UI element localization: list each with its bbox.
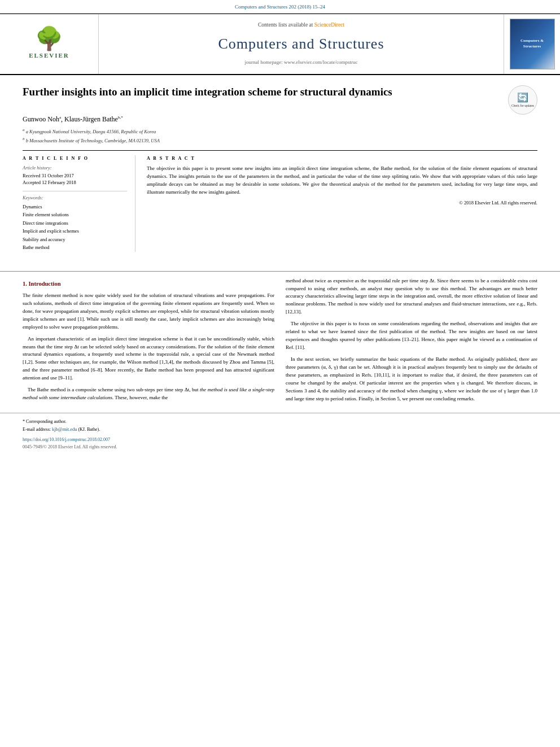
- thumbnail-text: Computers & Structures: [513, 38, 552, 50]
- article-info-col: A R T I C L E I N F O Article history: R…: [23, 155, 135, 251]
- affiliation-b: b b Massachusetts Institute of Technolog…: [23, 136, 537, 145]
- sciencedirect-link[interactable]: ScienceDirect: [314, 22, 344, 28]
- authors-line: Gunwoo Noha, Klaus-Jürgen Batheb,*: [23, 115, 537, 124]
- doi-text: Computers and Structures 202 (2018) 15–2…: [235, 4, 325, 10]
- affiliations: a a Kyungpook National University, Daegu…: [23, 127, 537, 145]
- check-updates-icon: 🔄: [517, 91, 528, 104]
- body-columns: 1. Introduction The finite element metho…: [0, 277, 560, 407]
- article-info-label: A R T I C L E I N F O: [23, 155, 127, 161]
- body-col-left: 1. Introduction The finite element metho…: [23, 277, 274, 407]
- journal-homepage: journal homepage: www.elsevier.com/locat…: [245, 59, 358, 66]
- author1-name: Gunwoo Noh: [23, 115, 59, 123]
- info-abstract-row: A R T I C L E I N F O Article history: R…: [23, 150, 537, 251]
- body-left-para3: The Bathe method is a composite scheme u…: [23, 386, 274, 402]
- doi-link[interactable]: https://doi.org/10.1016/j.compstruc.2018…: [23, 437, 110, 442]
- issn-text: 0045-7949/© 2018 Elsevier Ltd. All right…: [23, 444, 117, 449]
- body-right-para2: The objective in this paper is to focus …: [286, 320, 537, 352]
- corresponding-author-line: * Corresponding author.: [23, 418, 537, 426]
- elsevier-logo: 🌳 ELSEVIER: [29, 28, 69, 60]
- keywords-section: Keywords: Dynamics Finite element soluti…: [23, 191, 127, 252]
- issn-line: 0045-7949/© 2018 Elsevier Ltd. All right…: [23, 443, 537, 451]
- author2-name: Klaus-Jürgen Bathe: [64, 115, 118, 123]
- elsevier-wordmark: ELSEVIER: [29, 51, 69, 60]
- accepted-date: Accepted 12 February 2018: [23, 180, 127, 186]
- author1-sup: a: [59, 115, 61, 120]
- email-label: E-mail address:: [23, 427, 51, 432]
- keyword-3: Direct time integrations: [23, 219, 127, 227]
- journal-header-right: Computers & Structures: [504, 14, 560, 74]
- abstract-text: The objective in this paper is to presen…: [147, 165, 537, 196]
- corresponding-label: * Corresponding author.: [23, 419, 67, 424]
- contents-available-text: Contents lists available at ScienceDirec…: [258, 21, 344, 29]
- email-address[interactable]: kjb@mit.edu: [52, 426, 77, 432]
- keyword-6: Bathe method: [23, 243, 127, 251]
- keyword-4: Implicit and explicit schemes: [23, 227, 127, 235]
- body-left-para1: The finite element method is now quite w…: [23, 292, 274, 331]
- title-row: Further insights into an implicit time i…: [23, 85, 537, 115]
- history-label: Article history:: [23, 165, 127, 172]
- author2-sup: b,*: [118, 115, 123, 120]
- email-line: E-mail address: kjb@mit.edu (KJ. Bathe).: [23, 425, 537, 434]
- page: Computers and Structures 202 (2018) 15–2…: [0, 0, 560, 747]
- article-title: Further insights into an implicit time i…: [23, 85, 501, 99]
- journal-thumbnail: Computers & Structures: [510, 19, 555, 69]
- abstract-col: A B S T R A C T The objective in this pa…: [147, 155, 537, 251]
- body-right-para1: method about twice as expensive as the t…: [286, 277, 537, 317]
- keywords-label: Keywords:: [23, 195, 127, 202]
- body-left-para2: An important characteristic of an implic…: [23, 335, 274, 383]
- body-right-para3: In the next section, we briefly summariz…: [286, 356, 537, 403]
- footnote-area: * Corresponding author. E-mail address: …: [0, 413, 560, 451]
- keyword-2: Finite element solutions: [23, 211, 127, 219]
- doi-line: https://doi.org/10.1016/j.compstruc.2018…: [23, 436, 537, 444]
- check-updates-label: Check for updates: [511, 104, 534, 108]
- journal-header-center: Contents lists available at ScienceDirec…: [99, 14, 504, 74]
- journal-header: 🌳 ELSEVIER Contents lists available at S…: [0, 14, 560, 75]
- elsevier-tree-icon: 🌳: [29, 28, 69, 50]
- received-date: Received 31 October 2017: [23, 173, 127, 180]
- doi-bar: Computers and Structures 202 (2018) 15–2…: [0, 0, 560, 14]
- abstract-copyright: © 2018 Elsevier Ltd. All rights reserved…: [147, 200, 537, 207]
- section-divider: [0, 271, 560, 272]
- email-suffix: (KJ. Bathe).: [78, 427, 100, 432]
- check-updates-badge: 🔄 Check for updates: [508, 85, 537, 115]
- article-history-block: Article history: Received 31 October 201…: [23, 165, 127, 186]
- abstract-label: A B S T R A C T: [147, 155, 537, 161]
- journal-header-left: 🌳 ELSEVIER: [0, 14, 99, 74]
- affiliation-a: a a Kyungpook National University, Daegu…: [23, 127, 537, 136]
- article-main: Further insights into an implicit time i…: [0, 75, 560, 265]
- keyword-1: Dynamics: [23, 203, 127, 211]
- keyword-5: Stability and accuracy: [23, 235, 127, 243]
- body-col-right: method about twice as expensive as the t…: [286, 277, 537, 407]
- section1-heading: 1. Introduction: [23, 279, 274, 289]
- journal-title: Computers and Structures: [218, 34, 384, 54]
